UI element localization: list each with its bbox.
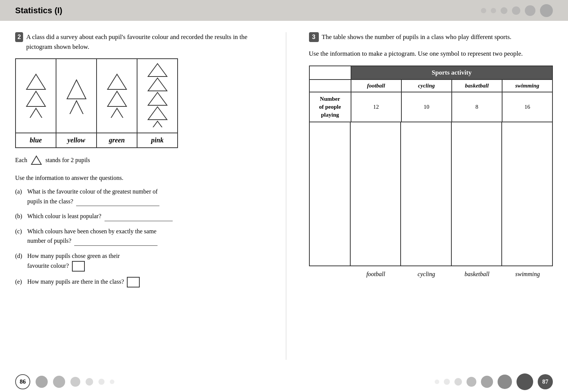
q2-use-info: Use the information to answer the questi… (15, 175, 259, 181)
yellow-triangles-svg (65, 76, 88, 114)
bottom-labels: football cycling basketball swimming (309, 269, 553, 278)
q3-header: 3 The table shows the number of pupils i… (309, 32, 553, 42)
footer-right: 87 (435, 373, 553, 390)
pink-triangles (137, 59, 178, 133)
question-3-section: 3 The table shows the number of pupils i… (305, 32, 553, 360)
q2a-answer-line[interactable] (76, 206, 159, 206)
svg-marker-8 (148, 64, 167, 77)
svg-marker-12 (148, 121, 167, 127)
q2e-answer-box[interactable] (127, 277, 140, 287)
q2c-answer-line[interactable] (74, 245, 158, 246)
each-label: Each (15, 157, 27, 164)
svg-marker-13 (31, 156, 41, 164)
draw-spacer (309, 122, 351, 266)
cycling-draw-col[interactable] (401, 122, 452, 266)
q2e-content: How many pupils are there in the class? (27, 277, 259, 287)
footer-dot-l4 (86, 378, 93, 386)
cycling-header: cycling (401, 80, 452, 92)
q2b-answer-line[interactable] (105, 221, 173, 221)
footer-left: 86 (15, 374, 114, 389)
header-dot-4 (512, 6, 520, 15)
q2-intro: A class did a survey about each pupil's … (26, 32, 259, 52)
svg-marker-10 (148, 92, 167, 105)
blue-label: blue (16, 133, 56, 148)
swimming-value: 16 (502, 92, 552, 122)
pink-triangles-svg (146, 63, 169, 127)
header-dot-2 (491, 8, 496, 13)
q2b: (b) Which colour is least popular? (15, 211, 259, 221)
svg-marker-6 (108, 91, 126, 106)
page-container: Statistics (I) 2 A class did a survey ab… (0, 0, 568, 392)
swimming-header: swimming (502, 80, 552, 92)
legend: Each stands for 2 pupils (15, 155, 259, 166)
pictogram-table: blue yellow green pink (15, 58, 178, 148)
footer-dot-r2 (444, 379, 450, 385)
green-triangles-svg (106, 72, 128, 118)
q2b-label: (b) (15, 211, 27, 221)
draw-area-container (309, 122, 553, 266)
header: Statistics (I) (0, 0, 568, 21)
football-value: 12 (351, 92, 401, 122)
svg-marker-5 (108, 74, 126, 89)
page-num-left: 86 (15, 374, 30, 389)
footer-dot-l5 (98, 379, 105, 385)
q2d: (d) How many pupils chose green as their… (15, 251, 259, 272)
footer: 86 87 (0, 371, 568, 392)
svg-marker-9 (148, 78, 167, 91)
footer-dot-r4 (467, 377, 476, 387)
footer-dot-l2 (53, 376, 65, 388)
header-dot-3 (501, 7, 507, 14)
q2a-label: (a) (15, 187, 27, 197)
yellow-triangles (56, 59, 97, 133)
basketball-value: 8 (452, 92, 502, 122)
legend-text: stands for 2 pupils (45, 157, 90, 164)
svg-marker-4 (67, 101, 86, 114)
header-dot-6 (540, 4, 553, 17)
football-draw-col[interactable] (351, 122, 401, 266)
q2e: (e) How many pupils are there in the cla… (15, 277, 259, 287)
main-content: 2 A class did a survey about each pupil'… (0, 21, 568, 371)
q2d-content: How many pupils chose green as their fav… (27, 251, 259, 272)
q2d-label: (d) (15, 251, 27, 261)
footer-dot-l1 (36, 376, 48, 388)
footer-dot-r5 (481, 376, 493, 388)
q2-badge: 2 (15, 32, 23, 42)
q2a: (a) What is the favourite colour of the … (15, 187, 259, 206)
yellow-label: yellow (56, 133, 97, 148)
svg-marker-7 (108, 108, 126, 118)
q3-badge: 3 (309, 32, 319, 42)
q3-intro: The table shows the number of pupils in … (322, 32, 512, 42)
basketball-draw-col[interactable] (452, 122, 502, 266)
legend-triangle-icon (30, 155, 42, 166)
q2e-label: (e) (15, 277, 27, 287)
q2d-answer-box[interactable] (72, 261, 85, 272)
header-dot-1 (481, 8, 486, 13)
q2-header: 2 A class did a survey about each pupil'… (15, 32, 259, 52)
footer-dot-r6 (498, 375, 512, 389)
q3-use-info: Use the information to make a pictogram.… (309, 49, 553, 59)
swimming-draw-col[interactable] (502, 122, 553, 266)
cycling-value: 10 (401, 92, 452, 122)
header-dots (481, 4, 553, 17)
footer-dot-l3 (70, 377, 80, 387)
question-2-section: 2 A class did a survey about each pupil'… (15, 32, 267, 360)
q2c-label: (c) (15, 226, 27, 236)
footer-dot-r3 (454, 378, 462, 386)
pink-label: pink (137, 133, 178, 148)
vertical-divider (286, 32, 286, 360)
football-bottom-label: football (351, 269, 401, 278)
sports-activity-title: Sports activity (351, 66, 553, 80)
q2a-content: What is the favourite colour of the grea… (27, 187, 259, 206)
cycling-bottom-label: cycling (401, 269, 452, 278)
blank-sub-cell (309, 80, 351, 92)
number-of-people-label: Numberof peopleplaying (309, 92, 351, 122)
football-header: football (351, 80, 401, 92)
footer-dot-l6 (110, 380, 114, 384)
svg-marker-3 (67, 80, 86, 99)
page-num-right: 87 (538, 374, 553, 389)
q2b-content: Which colour is least popular? (27, 211, 259, 221)
q2c: (c) Which colours have been chosen by ex… (15, 226, 259, 246)
green-label: green (97, 133, 137, 148)
svg-marker-11 (148, 107, 167, 120)
blue-triangles (16, 59, 56, 133)
